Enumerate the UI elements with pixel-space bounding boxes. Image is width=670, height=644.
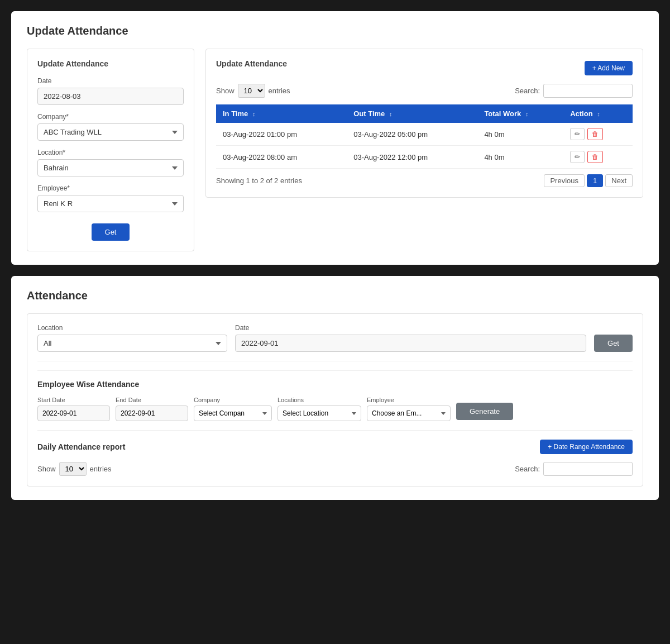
- col-out-time: Out Time ↕: [347, 104, 477, 123]
- table-header-controls: Show 10 entries Search:: [216, 84, 633, 98]
- company-select[interactable]: ABC Trading WLL: [37, 123, 184, 141]
- in-time-sort-icon: ↕: [252, 111, 256, 117]
- cell-out-time: 03-Aug-2022 05:00 pm: [347, 123, 477, 146]
- attendance-form-row: Location All Date Get: [37, 324, 633, 352]
- ew-locations-label: Locations: [277, 397, 361, 403]
- cell-total-work: 4h 0m: [477, 146, 563, 169]
- location-select[interactable]: Bahrain: [37, 159, 184, 176]
- ew-end-date-input[interactable]: [116, 406, 188, 421]
- entries-label: entries: [269, 87, 290, 95]
- ew-start-date-input[interactable]: [37, 406, 110, 421]
- cell-action: ✏ 🗑: [563, 146, 633, 169]
- delete-button[interactable]: 🗑: [587, 128, 603, 140]
- att-location-select[interactable]: All: [37, 335, 227, 352]
- employee-wise-title: Employee Wise Attendance: [37, 380, 633, 389]
- col-total-work: Total Work ↕: [477, 104, 563, 123]
- left-get-button[interactable]: Get: [92, 223, 130, 241]
- table-row: 03-Aug-2022 01:00 pm 03-Aug-2022 05:00 p…: [216, 123, 633, 146]
- daily-report-controls: Show 10 entries Search:: [37, 462, 633, 476]
- employee-select[interactable]: Reni K R: [37, 195, 184, 212]
- ew-company-select[interactable]: Select Compan: [194, 406, 272, 421]
- show-label: Show: [216, 87, 234, 95]
- ew-start-date-label: Start Date: [37, 397, 110, 403]
- daily-show-entries: Show 10 entries: [37, 462, 112, 476]
- update-attendance-card: Update Attendance Update Attendance Date…: [11, 11, 659, 265]
- daily-entries-select[interactable]: 10: [59, 462, 87, 476]
- attendance-card: Attendance Location All Date Get Employe…: [11, 276, 659, 500]
- left-panel-title: Update Attendance: [37, 59, 184, 68]
- daily-search-label: Search:: [515, 465, 540, 473]
- daily-report-header: Daily Attendance report + Date Range Att…: [37, 440, 633, 454]
- generate-button[interactable]: Generate: [456, 403, 513, 420]
- action-sort-icon: ↕: [597, 111, 600, 117]
- col-in-time: In Time ↕: [216, 104, 347, 123]
- right-panel-title: Update Attendance: [216, 59, 287, 68]
- employee-group: Employee* Reni K R: [37, 184, 184, 212]
- search-row: Search:: [515, 84, 633, 98]
- showing-text: Showing 1 to 2 of 2 entries: [216, 176, 302, 185]
- company-label: Company*: [37, 113, 184, 121]
- show-entries-control: Show 10 entries: [216, 84, 290, 98]
- date-input[interactable]: [37, 88, 184, 105]
- att-location-label: Location: [37, 324, 227, 332]
- action-buttons: ✏ 🗑: [570, 128, 626, 140]
- ew-end-date-label: End Date: [116, 397, 188, 403]
- pagination-buttons: Previous 1 Next: [544, 174, 633, 187]
- right-panel: Update Attendance + Add New Show 10 entr…: [205, 49, 643, 251]
- ew-end-date-group: End Date: [116, 397, 188, 421]
- cell-action: ✏ 🗑: [563, 123, 633, 146]
- left-card-body: Update Attendance Date Company* ABC Trad…: [27, 49, 194, 251]
- cell-in-time: 03-Aug-2022 08:00 am: [216, 146, 347, 169]
- delete-button[interactable]: 🗑: [587, 151, 603, 163]
- attendance-title: Attendance: [27, 289, 643, 302]
- ew-employee-group: Employee Choose an Em...: [367, 397, 451, 421]
- employee-wise-section: Employee Wise Attendance Start Date End …: [37, 370, 633, 421]
- ew-company-label: Company: [194, 397, 272, 403]
- action-buttons: ✏ 🗑: [570, 151, 626, 163]
- ew-locations-select[interactable]: Select Location: [277, 406, 361, 421]
- ew-locations-group: Locations Select Location: [277, 397, 361, 421]
- search-input[interactable]: [543, 84, 633, 98]
- add-new-button[interactable]: + Add New: [585, 61, 633, 75]
- next-button[interactable]: Next: [605, 174, 633, 187]
- att-get-button[interactable]: Get: [594, 335, 633, 352]
- daily-report-section: Daily Attendance report + Date Range Att…: [37, 440, 633, 476]
- col-action: Action ↕: [563, 104, 633, 123]
- edit-button[interactable]: ✏: [570, 128, 585, 140]
- att-get-wrapper: Get: [594, 332, 633, 352]
- cell-total-work: 4h 0m: [477, 123, 563, 146]
- ew-start-date-group: Start Date: [37, 397, 110, 421]
- cell-out-time: 03-Aug-2022 12:00 pm: [347, 146, 477, 169]
- table-header-row: In Time ↕ Out Time ↕ Total Work ↕ Action…: [216, 104, 633, 123]
- daily-show-label: Show: [37, 465, 56, 473]
- daily-report-title: Daily Attendance report: [37, 442, 125, 451]
- daily-search-row: Search:: [515, 462, 633, 476]
- date-group: Date: [37, 77, 184, 105]
- right-panel-header: Update Attendance + Add New: [216, 59, 633, 77]
- att-location-group: Location All: [37, 324, 227, 352]
- right-card-body: Update Attendance + Add New Show 10 entr…: [205, 49, 643, 198]
- ew-generate-wrapper: Generate: [456, 403, 513, 421]
- section-divider-2: [37, 430, 633, 431]
- table-row: 03-Aug-2022 08:00 am 03-Aug-2022 12:00 p…: [216, 146, 633, 169]
- att-date-input[interactable]: [235, 335, 586, 352]
- entries-select[interactable]: 10: [238, 84, 265, 98]
- section-divider-1: [37, 361, 633, 361]
- attendance-card-body: Location All Date Get Employee Wise Atte…: [27, 313, 643, 486]
- daily-search-input[interactable]: [543, 462, 633, 476]
- ew-employee-label: Employee: [367, 397, 451, 403]
- update-attendance-title: Update Attendance: [27, 25, 643, 37]
- att-date-group: Date: [235, 324, 586, 352]
- page-1-button[interactable]: 1: [587, 174, 603, 187]
- ew-company-group: Company Select Compan: [194, 397, 272, 421]
- edit-button[interactable]: ✏: [570, 151, 585, 163]
- att-date-label: Date: [235, 324, 586, 332]
- ew-employee-select[interactable]: Choose an Em...: [367, 406, 451, 421]
- cell-in-time: 03-Aug-2022 01:00 pm: [216, 123, 347, 146]
- employee-label: Employee*: [37, 184, 184, 192]
- previous-button[interactable]: Previous: [544, 174, 585, 187]
- out-time-sort-icon: ↕: [389, 111, 393, 117]
- date-range-button[interactable]: + Date Range Attendance: [540, 440, 633, 454]
- company-group: Company* ABC Trading WLL: [37, 113, 184, 141]
- pagination-row: Showing 1 to 2 of 2 entries Previous 1 N…: [216, 174, 633, 187]
